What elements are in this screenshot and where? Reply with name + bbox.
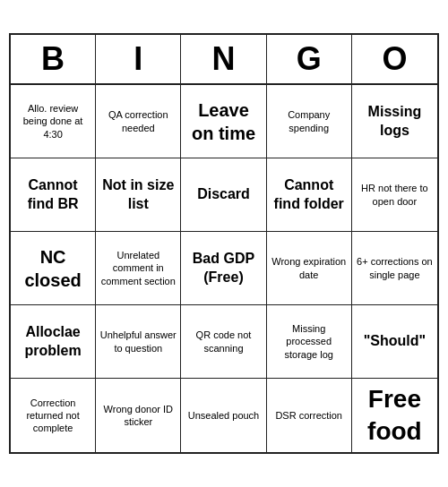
- bingo-cell-1[interactable]: QA correction needed: [96, 85, 181, 158]
- bingo-cell-19[interactable]: "Should": [352, 305, 437, 379]
- bingo-cell-8[interactable]: Cannot find folder: [267, 158, 352, 232]
- bingo-cell-17[interactable]: QR code not scanning: [181, 305, 266, 379]
- bingo-cell-18[interactable]: Missing processed storage log: [267, 305, 352, 379]
- bingo-cell-4[interactable]: Missing logs: [352, 85, 437, 158]
- bingo-cell-0[interactable]: Allo. review being done at 4:30: [11, 85, 96, 158]
- bingo-letter-o: O: [352, 35, 437, 83]
- bingo-header: BINGO: [11, 35, 437, 85]
- bingo-cell-9[interactable]: HR not there to open door: [352, 158, 437, 232]
- bingo-letter-n: N: [181, 35, 266, 83]
- bingo-letter-b: B: [11, 35, 96, 83]
- bingo-grid: Allo. review being done at 4:30QA correc…: [11, 85, 437, 452]
- bingo-cell-15[interactable]: Alloclae problem: [11, 305, 96, 379]
- bingo-cell-11[interactable]: Unrelated comment in comment section: [96, 232, 181, 305]
- bingo-cell-5[interactable]: Cannot find BR: [11, 158, 96, 232]
- bingo-letter-i: I: [96, 35, 181, 83]
- bingo-cell-16[interactable]: Unhelpful answer to question: [96, 305, 181, 379]
- bingo-cell-7[interactable]: Discard: [181, 158, 266, 232]
- bingo-cell-6[interactable]: Not in size list: [96, 158, 181, 232]
- bingo-cell-12[interactable]: Bad GDP (Free): [181, 232, 266, 305]
- bingo-letter-g: G: [267, 35, 352, 83]
- bingo-cell-13[interactable]: Wrong expiration date: [267, 232, 352, 305]
- bingo-cell-20[interactable]: Correction returned not complete: [11, 379, 96, 452]
- bingo-cell-24[interactable]: Free food: [352, 379, 437, 452]
- bingo-cell-22[interactable]: Unsealed pouch: [181, 379, 266, 452]
- bingo-cell-10[interactable]: NC closed: [11, 232, 96, 305]
- bingo-cell-3[interactable]: Company spending: [267, 85, 352, 158]
- bingo-cell-2[interactable]: Leave on time: [181, 85, 266, 158]
- bingo-cell-21[interactable]: Wrong donor ID sticker: [96, 379, 181, 452]
- bingo-cell-23[interactable]: DSR correction: [267, 379, 352, 452]
- bingo-cell-14[interactable]: 6+ corrections on single page: [352, 232, 437, 305]
- bingo-card: BINGO Allo. review being done at 4:30QA …: [9, 33, 439, 454]
